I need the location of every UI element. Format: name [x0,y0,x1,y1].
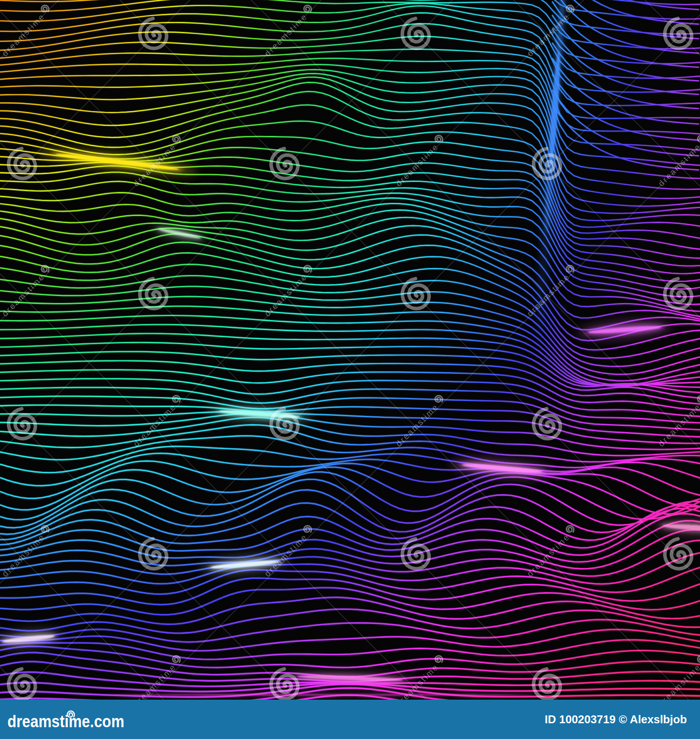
svg-text:dreamstime.com: dreamstime.com [7,712,124,731]
svg-text:ID 100203719 © Alexslbjob: ID 100203719 © Alexslbjob [545,713,687,725]
